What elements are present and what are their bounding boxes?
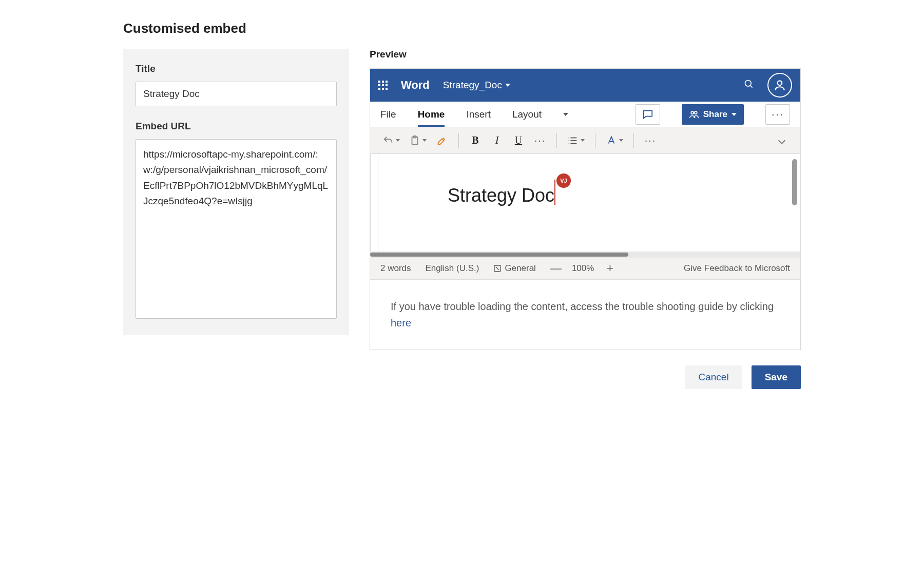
undo-button[interactable]: [380, 131, 402, 150]
vertical-scrollbar-thumb[interactable]: [792, 159, 797, 205]
presence-badge: VJ: [556, 173, 571, 188]
text-style-icon: [606, 135, 617, 146]
paragraph-button[interactable]: [565, 131, 587, 150]
chevron-down-icon: [619, 139, 623, 142]
account-avatar[interactable]: [767, 73, 792, 98]
dialog-title: Customised embed: [123, 21, 801, 36]
word-topbar: Word Strategy_Doc: [370, 69, 800, 102]
document-name-dropdown[interactable]: Strategy_Doc: [443, 80, 510, 91]
tab-insert[interactable]: Insert: [466, 102, 491, 127]
tab-file[interactable]: File: [380, 102, 396, 127]
italic-icon: I: [495, 134, 499, 146]
horizontal-scrollbar-thumb[interactable]: [370, 253, 628, 257]
zoom-level[interactable]: 100%: [572, 263, 594, 274]
comment-icon: [642, 109, 653, 120]
ellipsis-icon: ···: [772, 108, 784, 121]
comments-button[interactable]: [636, 104, 660, 125]
svg-line-1: [750, 86, 753, 88]
svg-point-0: [745, 81, 752, 87]
text-cursor: [554, 180, 555, 205]
chevron-down-icon: [581, 139, 585, 142]
person-icon: [773, 79, 786, 92]
title-input[interactable]: [136, 82, 337, 106]
ribbon-expand-button[interactable]: [774, 131, 790, 150]
toolbar-separator: [556, 133, 557, 148]
clipboard-icon: [409, 135, 420, 146]
status-language[interactable]: English (U.S.): [426, 263, 479, 274]
paintbrush-icon: [436, 135, 448, 146]
word-preview-shell: Word Strategy_Doc File H: [370, 68, 801, 280]
svg-point-3: [691, 111, 694, 114]
status-sensitivity-label: General: [505, 263, 535, 274]
undo-icon: [382, 135, 394, 146]
ribbon-overflow-button[interactable]: ···: [765, 104, 790, 125]
app-launcher-icon[interactable]: [378, 81, 388, 90]
tab-more[interactable]: [563, 102, 568, 127]
search-button[interactable]: [744, 79, 754, 91]
embed-url-input[interactable]: https://microsoftapc-my.sharepoint.com/:…: [136, 139, 337, 319]
document-canvas[interactable]: Strategy Doc VJ: [370, 154, 800, 251]
save-button[interactable]: Save: [752, 365, 801, 389]
people-icon: [689, 109, 699, 120]
ribbon-tabs: File Home Insert Layout Share: [370, 102, 800, 127]
status-word-count[interactable]: 2 words: [380, 263, 411, 274]
ellipsis-icon: ···: [534, 134, 546, 146]
troubleshoot-message: If you have trouble loading the content,…: [370, 280, 801, 350]
tab-layout[interactable]: Layout: [512, 102, 542, 127]
list-icon: [567, 135, 579, 146]
format-painter-button[interactable]: [434, 131, 450, 150]
chevron-down-icon: [422, 139, 427, 142]
ellipsis-icon: ···: [645, 134, 657, 146]
troubleshoot-link[interactable]: here: [391, 317, 411, 328]
chevron-down-icon: [396, 139, 400, 142]
content-row: Title Embed URL https://microsoftapc-my.…: [123, 49, 801, 350]
toolbar-more-button[interactable]: ···: [642, 131, 659, 150]
form-panel: Title Embed URL https://microsoftapc-my.…: [123, 49, 349, 335]
status-feedback-link[interactable]: Give Feedback to Microsoft: [684, 263, 790, 274]
dialog-footer: Cancel Save: [123, 365, 801, 389]
page-margin-indicator: [378, 154, 378, 251]
document-name-text: Strategy_Doc: [443, 80, 502, 91]
svg-point-4: [695, 111, 697, 114]
sensitivity-icon: [493, 264, 502, 273]
zoom-in-button[interactable]: +: [604, 262, 615, 275]
cancel-button[interactable]: Cancel: [685, 365, 742, 389]
toolbar-separator: [633, 133, 634, 148]
bold-icon: B: [472, 134, 478, 146]
paste-button[interactable]: [407, 131, 429, 150]
chevron-down-icon: [563, 113, 568, 116]
preview-label: Preview: [370, 49, 801, 60]
svg-point-2: [778, 81, 782, 85]
chevron-down-icon: [732, 113, 737, 116]
styles-button[interactable]: [604, 131, 625, 150]
embed-url-label: Embed URL: [136, 121, 337, 132]
underline-icon: U: [515, 134, 522, 146]
font-more-button[interactable]: ···: [532, 131, 548, 150]
word-app-name: Word: [401, 79, 430, 92]
search-icon: [744, 79, 754, 89]
chevron-down-icon: [778, 137, 785, 144]
tab-home[interactable]: Home: [418, 102, 445, 127]
underline-button[interactable]: U: [510, 131, 527, 150]
toolbar-separator: [458, 133, 459, 148]
zoom-out-button[interactable]: —: [550, 262, 562, 275]
customised-embed-dialog: Customised embed Title Embed URL https:/…: [123, 21, 801, 389]
chevron-down-icon: [505, 84, 510, 87]
document-body-text: Strategy Doc: [448, 185, 554, 206]
title-label: Title: [136, 63, 337, 74]
share-button[interactable]: Share: [682, 104, 744, 125]
word-status-bar: 2 words English (U.S.) General — 100% + …: [370, 258, 800, 279]
bold-button[interactable]: B: [467, 131, 484, 150]
status-sensitivity[interactable]: General: [493, 263, 535, 274]
share-label: Share: [703, 109, 727, 120]
preview-panel: Preview Word Strategy_Doc: [370, 49, 801, 350]
horizontal-scrollbar[interactable]: [370, 251, 800, 258]
ribbon-toolbar: B I U ··· ···: [370, 127, 800, 154]
toolbar-separator: [595, 133, 595, 148]
italic-button[interactable]: I: [489, 131, 505, 150]
zoom-controls: — 100% +: [550, 262, 615, 275]
troubleshoot-text: If you have trouble loading the content,…: [391, 301, 774, 312]
